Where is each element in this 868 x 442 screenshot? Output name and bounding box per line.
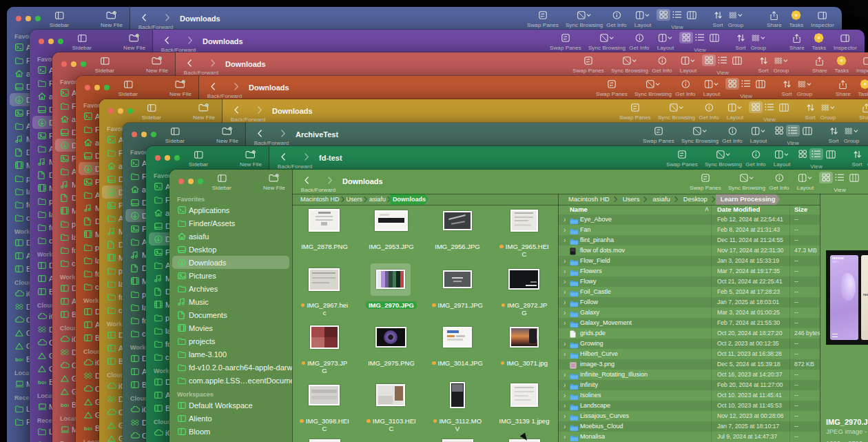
svg-text:box: box <box>38 379 46 385</box>
svg-text:box: box <box>84 425 92 431</box>
svg-text:box: box <box>15 356 23 362</box>
svg-text:box: box <box>61 402 69 408</box>
